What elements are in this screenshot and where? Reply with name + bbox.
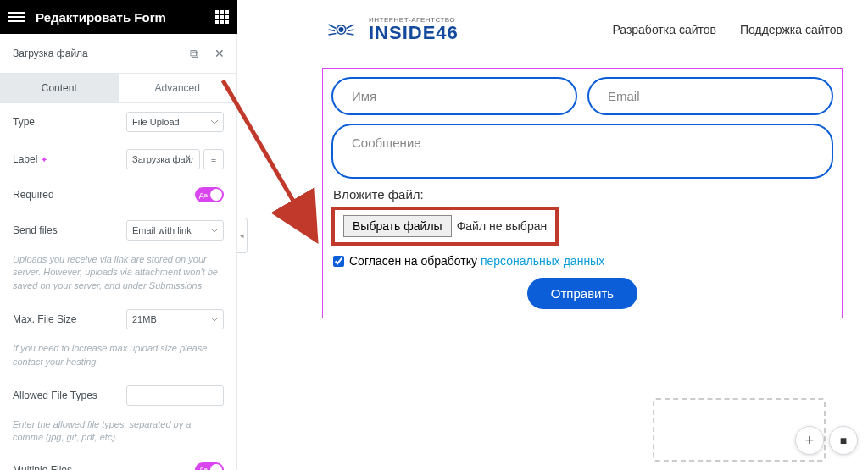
multiple-switch[interactable]: Да: [195, 462, 224, 470]
editor-topbar: Редактировать Form: [0, 0, 237, 34]
maxsize-label: Max. File Size: [13, 313, 126, 325]
consent-link[interactable]: персональных данных: [481, 254, 604, 268]
widget-title: Загрузка файла: [13, 47, 181, 59]
editor-title: Редактировать Form: [36, 10, 215, 25]
consent-text: Согласен на обработку персональных данны…: [349, 254, 604, 268]
choose-files-button[interactable]: Выбрать файлы: [343, 215, 452, 237]
logo-name: INSIDE46: [369, 24, 459, 42]
site-header: ИНТЕРНЕТ-АГЕНТСТВО INSIDE46 Разработка с…: [237, 0, 868, 51]
tab-content[interactable]: Content: [0, 74, 119, 102]
required-switch[interactable]: Да: [195, 187, 224, 202]
preview-canvas: ◂ ИНТЕРНЕТ-АГЕНТСТВО INSIDE46 Разработка…: [237, 0, 868, 470]
sendfiles-label: Send files: [13, 224, 126, 236]
email-input[interactable]: Email: [587, 77, 833, 115]
name-input[interactable]: Имя: [331, 77, 577, 115]
multiple-label: Multiple Files: [13, 464, 195, 470]
type-select[interactable]: File Upload: [126, 112, 224, 132]
main-nav: Разработка сайтов Поддержка сайтов: [612, 23, 843, 36]
duplicate-button[interactable]: ⧉: [181, 41, 207, 66]
folder-fab[interactable]: ■: [829, 426, 858, 455]
logo-icon: [322, 17, 360, 42]
label-label: Label✦: [13, 153, 126, 165]
logo[interactable]: ИНТЕРНЕТ-АГЕНТСТВО INSIDE46: [322, 17, 459, 42]
maxsize-select[interactable]: 21MB: [126, 309, 224, 329]
allowedtypes-input[interactable]: [126, 385, 224, 406]
allowedtypes-help: Enter the allowed file types, separated …: [0, 414, 236, 453]
svg-point-1: [339, 28, 343, 32]
nav-support[interactable]: Поддержка сайтов: [740, 23, 843, 36]
file-upload-highlight: Выбрать файлы Файл не выбран: [331, 207, 559, 246]
type-label: Type: [13, 116, 126, 128]
editor-sidebar: Загрузка файла ⧉ ✕ Content Advanced Type…: [0, 34, 237, 470]
ai-icon[interactable]: ✦: [41, 155, 47, 164]
collapse-sidebar-handle[interactable]: ◂: [237, 218, 248, 253]
widget-header: Загрузка файла ⧉ ✕: [0, 34, 236, 74]
close-button[interactable]: ✕: [207, 41, 232, 66]
required-label: Required: [13, 189, 195, 201]
maxsize-help: If you need to increase max upload size …: [0, 338, 236, 377]
message-input[interactable]: Сообщение: [331, 124, 833, 179]
tab-advanced[interactable]: Advanced: [119, 74, 237, 102]
file-upload-label: Вложите файл:: [333, 187, 833, 202]
form-widget[interactable]: Имя Email Сообщение Вложите файл: Выбрат…: [322, 68, 843, 318]
settings-tabs: Content Advanced: [0, 74, 236, 103]
allowedtypes-label: Allowed File Types: [13, 390, 126, 401]
nav-dev[interactable]: Разработка сайтов: [612, 23, 716, 36]
add-element-fab[interactable]: +: [795, 426, 824, 455]
sendfiles-help: Uploads you receive via link are stored …: [0, 249, 236, 301]
consent-checkbox[interactable]: [333, 256, 344, 267]
menu-icon[interactable]: [8, 9, 25, 25]
sendfiles-select[interactable]: Email with link: [126, 220, 224, 241]
consent-row: Согласен на обработку персональных данны…: [333, 254, 833, 268]
file-status-text: Файл не выбран: [457, 219, 548, 233]
submit-button[interactable]: Отправить: [527, 278, 637, 309]
dynamic-tags-button[interactable]: ≡: [203, 149, 224, 169]
apps-icon[interactable]: [215, 10, 229, 24]
label-input[interactable]: [126, 149, 200, 169]
